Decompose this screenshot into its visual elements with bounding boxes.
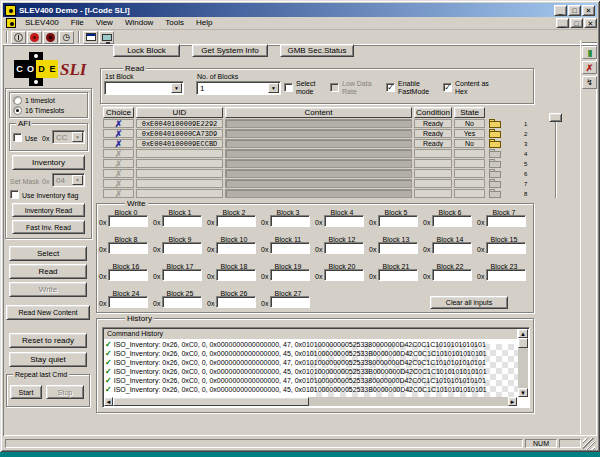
child-minimize-button[interactable]: _ — [556, 18, 569, 28]
block-11-input[interactable] — [270, 242, 310, 254]
read-new-content-button[interactable]: Read New Content — [6, 305, 90, 320]
log-line[interactable]: ✓ISO_Inventory: 0x26, 0xC0, 0, 0x0000000… — [105, 358, 517, 367]
child-window-icon[interactable] — [6, 18, 16, 28]
child-close-button[interactable]: ✕ — [584, 18, 597, 28]
menu-view[interactable]: View — [90, 17, 119, 29]
history-hscrollbar[interactable]: ◄ ► — [104, 397, 517, 406]
gmb-sec-status-button[interactable]: GMB Sec.Status — [280, 44, 354, 57]
fast-inventory-read-button[interactable]: Fast Inv. Read — [12, 220, 85, 234]
maximize-button[interactable]: □ — [568, 5, 581, 16]
display-icon[interactable] — [99, 31, 114, 44]
write-button[interactable]: Write — [9, 282, 87, 297]
afi-use-checkbox[interactable] — [13, 133, 22, 142]
menu-slev400[interactable]: SLEV400 — [19, 17, 65, 29]
enable-fastmode-checkbox[interactable]: ✓ — [386, 83, 395, 92]
open-folder-icon[interactable] — [489, 169, 502, 178]
inventory-read-button[interactable]: Inventory Read — [12, 203, 85, 217]
chevron-down-icon[interactable]: ▼ — [268, 83, 279, 93]
low-data-rate-checkbox[interactable] — [330, 83, 339, 92]
open-folder-icon[interactable] — [489, 129, 502, 138]
chevron-down-icon[interactable]: ▼ — [72, 175, 83, 185]
block-16-input[interactable] — [108, 269, 148, 281]
block-5-input[interactable] — [378, 215, 418, 227]
menu-file[interactable]: File — [65, 17, 90, 29]
history-vscrollbar[interactable]: ▲ ▼ — [518, 329, 528, 397]
block-26-input[interactable] — [216, 296, 256, 308]
block-0-input[interactable] — [108, 215, 148, 227]
window-icon[interactable] — [83, 31, 98, 44]
block-25-input[interactable] — [162, 296, 202, 308]
lock-block-button[interactable]: Lock Block — [113, 44, 180, 57]
tag-icon[interactable]: ||| — [582, 46, 597, 59]
use-inventory-flag-checkbox[interactable] — [10, 190, 19, 199]
block-27-input[interactable] — [270, 296, 310, 308]
block-21-input[interactable] — [378, 269, 418, 281]
num-blocks-combo[interactable]: 1 ▼ — [196, 81, 281, 95]
select-mode-checkbox[interactable] — [284, 83, 293, 92]
get-system-info-button[interactable]: Get System Info — [192, 44, 268, 57]
chevron-down-icon[interactable]: ▼ — [171, 83, 182, 93]
block-22-input[interactable] — [432, 269, 472, 281]
open-folder-icon[interactable] — [489, 179, 502, 188]
reset-to-ready-button[interactable]: Reset to ready — [9, 333, 87, 348]
repeat-start-button[interactable]: Start — [10, 385, 42, 399]
table-slider-track[interactable] — [555, 121, 557, 198]
block-2-input[interactable] — [216, 215, 256, 227]
block-10-input[interactable] — [216, 242, 256, 254]
open-folder-icon[interactable] — [489, 149, 502, 158]
afi-value-combo[interactable]: CC ▼ — [52, 130, 85, 144]
block-9-input[interactable] — [162, 242, 202, 254]
table-slider-thumb[interactable] — [549, 113, 562, 122]
scroll-up-icon[interactable]: ▲ — [518, 329, 528, 338]
log-line[interactable]: ✓ISO_Inventory: 0x26, 0xC0, 0, 0x0000000… — [105, 376, 517, 385]
scroll-right-icon[interactable]: ► — [508, 397, 517, 406]
scroll-down-icon[interactable]: ▼ — [518, 388, 528, 397]
block-7-input[interactable] — [486, 215, 526, 227]
menu-tools[interactable]: Tools — [159, 17, 190, 29]
remove-tag-icon[interactable]: ✗ — [582, 61, 597, 74]
choice-cell[interactable]: ✗ — [103, 159, 134, 168]
block-23-input[interactable] — [486, 269, 526, 281]
close-button[interactable]: ✕ — [582, 5, 595, 16]
select-button[interactable]: Select — [9, 246, 87, 261]
title-bar[interactable]: SLEV400 Demo - [I-Code SLI] _ □ ✕ — [3, 3, 597, 17]
set-mask-combo[interactable]: 04 ▼ — [52, 173, 85, 187]
block-12-input[interactable] — [324, 242, 364, 254]
open-folder-icon[interactable] — [489, 159, 502, 168]
inventory-button[interactable]: Inventory — [12, 155, 85, 170]
block-15-input[interactable] — [486, 242, 526, 254]
connect-icon[interactable] — [11, 31, 26, 44]
block-4-input[interactable] — [324, 215, 364, 227]
menu-help[interactable]: Help — [190, 17, 218, 29]
timeslot-16-radio[interactable] — [13, 106, 22, 115]
repeat-stop-button[interactable]: Stop — [46, 385, 84, 399]
timeslot-1-radio[interactable] — [13, 96, 22, 105]
choice-cell[interactable]: ✗ — [103, 119, 134, 128]
command-history-list[interactable]: Command History ✓ISO_Inventory: 0x26, 0x… — [102, 327, 530, 408]
block-8-input[interactable] — [108, 242, 148, 254]
first-block-combo[interactable]: ▼ — [104, 81, 184, 95]
scroll-left-icon[interactable]: ◄ — [104, 397, 113, 406]
block-3-input[interactable] — [270, 215, 310, 227]
chevron-down-icon[interactable]: ▼ — [72, 132, 83, 142]
stay-quiet-button[interactable]: Stay quiet — [9, 352, 87, 367]
choice-cell[interactable]: ✗ — [103, 149, 134, 158]
block-20-input[interactable] — [324, 269, 364, 281]
stop-icon[interactable] — [43, 31, 58, 44]
block-1-input[interactable] — [162, 215, 202, 227]
vscroll-thumb[interactable] — [518, 338, 528, 348]
block-19-input[interactable] — [270, 269, 310, 281]
minimize-button[interactable]: _ — [554, 5, 567, 16]
choice-cell[interactable]: ✗ — [103, 139, 134, 148]
read-button[interactable]: Read — [9, 264, 87, 279]
log-line[interactable]: ✓ISO_Inventory: 0x26, 0xC0, 0, 0x0000000… — [105, 349, 517, 358]
log-line[interactable]: ✓ISO_Inventory: 0x26, 0xC0, 0, 0x0000000… — [105, 367, 517, 376]
block-17-input[interactable] — [162, 269, 202, 281]
open-folder-icon[interactable] — [489, 139, 502, 148]
menu-window[interactable]: Window — [119, 17, 159, 29]
choice-cell[interactable]: ✗ — [103, 169, 134, 178]
trigger-icon[interactable]: ↯ — [582, 76, 597, 89]
block-14-input[interactable] — [432, 242, 472, 254]
choice-cell[interactable]: ✗ — [103, 179, 134, 188]
open-folder-icon[interactable] — [489, 119, 502, 128]
